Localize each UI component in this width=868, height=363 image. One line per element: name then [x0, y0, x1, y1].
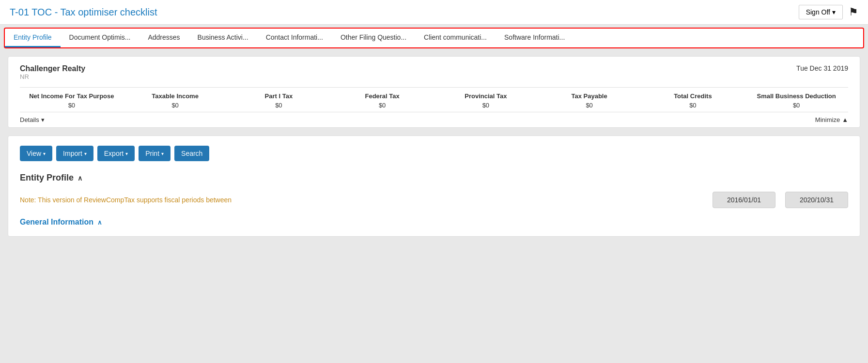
tax-col-label: Provincial Tax — [434, 92, 538, 100]
tax-col-part-i-tax: Part I Tax $0 — [227, 92, 331, 109]
summary-date: Tue Dec 31 2019 — [796, 64, 848, 86]
general-info-chevron: ∧ — [97, 219, 102, 226]
summary-footer: Details ▾ Minimize ▲ — [20, 112, 848, 127]
tab-software-informati[interactable]: Software Informati... — [496, 29, 574, 47]
date-to-badge: 2020/10/31 — [785, 192, 848, 208]
tax-col-label: Tax Payable — [538, 92, 641, 100]
search-label: Search — [181, 150, 202, 157]
print-button[interactable]: Print▾ — [139, 146, 170, 161]
tax-col-tax-payable: Tax Payable $0 — [538, 92, 641, 109]
minimize-label: Minimize — [815, 116, 840, 123]
summary-card: Challenger Realty NR Tue Dec 31 2019 Net… — [8, 56, 860, 128]
tab-other-filing-questio[interactable]: Other Filing Questio... — [332, 29, 415, 47]
flag-icon: ⚑ — [849, 6, 858, 18]
tax-col-label: Taxable Income — [124, 92, 227, 100]
date-from-badge: 2016/01/01 — [713, 192, 775, 208]
sign-off-label: Sign Off — [806, 8, 830, 16]
tax-col-federal-tax: Federal Tax $0 — [330, 92, 434, 109]
main-content: Challenger Realty NR Tue Dec 31 2019 Net… — [0, 51, 868, 242]
tax-col-taxable-income: Taxable Income $0 — [124, 92, 227, 109]
tax-col-label: Small Business Deduction — [744, 92, 848, 100]
minimize-button[interactable]: Minimize ▲ — [815, 116, 848, 123]
tax-col-net-income-for-tax-purpose: Net Income For Tax Purpose $0 — [20, 92, 124, 109]
tax-col-value: $0 — [227, 102, 331, 109]
export-button[interactable]: Export▾ — [97, 146, 135, 161]
view-button[interactable]: View▾ — [20, 146, 52, 161]
tab-document-optimis[interactable]: Document Optimis... — [61, 29, 140, 47]
summary-left: Challenger Realty NR — [20, 64, 85, 86]
top-right: Sign Off ▾ ⚑ — [799, 5, 858, 19]
details-label: Details — [20, 116, 39, 123]
import-button[interactable]: Import▾ — [56, 146, 93, 161]
view-label: View — [27, 150, 41, 157]
entity-profile-section-title: Entity Profile ∧ — [20, 173, 848, 183]
summary-header: Challenger Realty NR Tue Dec 31 2019 — [20, 64, 848, 86]
tax-col-value: $0 — [124, 102, 227, 109]
toolbar: View▾Import▾Export▾Print▾Search — [20, 146, 848, 161]
import-caret: ▾ — [84, 151, 87, 156]
note-text: Note: This version of ReviewCompTax supp… — [20, 196, 703, 204]
details-caret: ▾ — [41, 116, 45, 123]
tax-col-value: $0 — [641, 102, 745, 109]
company-name: Challenger Realty — [20, 64, 85, 73]
general-info-title-text: General Information — [20, 218, 93, 227]
tax-col-label: Net Income For Tax Purpose — [20, 92, 124, 100]
view-caret: ▾ — [43, 151, 46, 156]
tax-col-value: $0 — [330, 102, 434, 109]
details-button[interactable]: Details ▾ — [20, 116, 45, 123]
content-card: View▾Import▾Export▾Print▾Search Entity P… — [8, 136, 860, 237]
tax-col-value: $0 — [538, 102, 641, 109]
minimize-caret: ▲ — [842, 116, 848, 123]
export-label: Export — [104, 150, 124, 157]
top-bar: T-01 TOC - Tax optimiser checklist Sign … — [0, 0, 868, 25]
sign-off-button[interactable]: Sign Off ▾ — [799, 5, 843, 19]
tax-col-value: $0 — [20, 102, 124, 109]
export-caret: ▾ — [125, 151, 128, 156]
tax-col-total-credits: Total Credits $0 — [641, 92, 745, 109]
sign-off-caret: ▾ — [832, 8, 836, 16]
tax-col-value: $0 — [434, 102, 538, 109]
tax-col-value: $0 — [744, 102, 848, 109]
entity-profile-chevron: ∧ — [78, 174, 82, 182]
general-info-section-title: General Information ∧ — [20, 218, 848, 227]
search-button[interactable]: Search — [174, 146, 209, 161]
print-label: Print — [145, 150, 159, 157]
note-row: Note: This version of ReviewCompTax supp… — [20, 192, 848, 208]
entity-profile-title-text: Entity Profile — [20, 173, 74, 183]
tab-client-communicati[interactable]: Client communicati... — [415, 29, 496, 47]
tab-business-activi[interactable]: Business Activi... — [189, 29, 257, 47]
tab-bar: Entity ProfileDocument Optimis...Address… — [4, 28, 864, 48]
tax-col-small-business-deduction: Small Business Deduction $0 — [744, 92, 848, 109]
tax-col-label: Total Credits — [641, 92, 745, 100]
tax-col-provincial-tax: Provincial Tax $0 — [434, 92, 538, 109]
tab-entity-profile[interactable]: Entity Profile — [5, 29, 61, 47]
print-caret: ▾ — [161, 151, 164, 156]
tab-contact-informati[interactable]: Contact Informati... — [257, 29, 332, 47]
app-title: T-01 TOC - Tax optimiser checklist — [10, 7, 157, 18]
company-subtitle: NR — [20, 73, 85, 80]
tax-col-label: Part I Tax — [227, 92, 331, 100]
import-label: Import — [63, 150, 82, 157]
tax-col-label: Federal Tax — [330, 92, 434, 100]
tab-addresses[interactable]: Addresses — [139, 29, 188, 47]
tax-summary-row: Net Income For Tax Purpose $0Taxable Inc… — [20, 87, 848, 109]
